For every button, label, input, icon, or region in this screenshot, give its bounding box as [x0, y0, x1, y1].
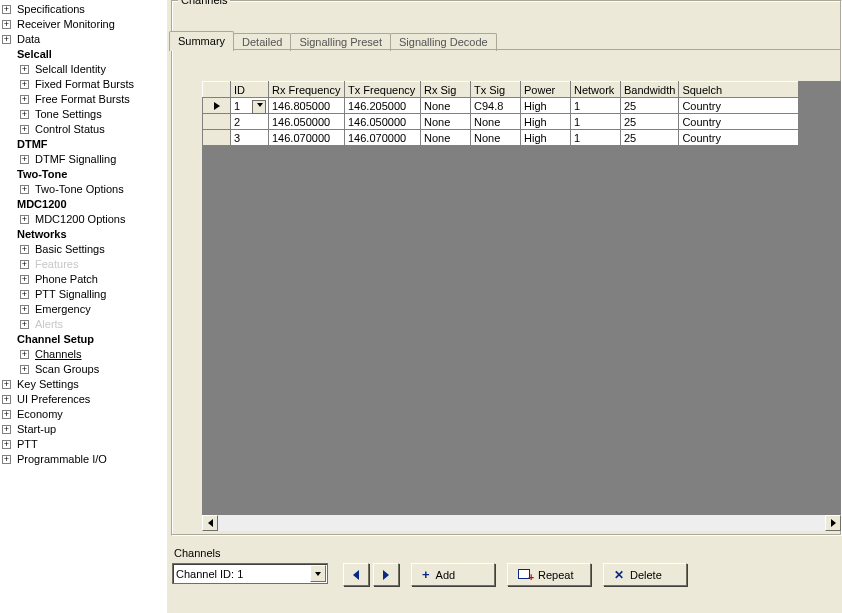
expand-icon[interactable]: +	[20, 110, 29, 119]
tree-item-two-tone-options[interactable]: +Two-Tone Options	[2, 182, 166, 197]
tree-item-two-tone[interactable]: Two-Tone	[2, 167, 166, 182]
cell[interactable]: 2	[231, 114, 269, 130]
tree-item-ui-preferences[interactable]: +UI Preferences	[2, 392, 166, 407]
grid-viewport[interactable]: IDRx FrequencyTx FrequencyRx SigTx SigPo…	[202, 81, 841, 515]
cell[interactable]: None	[421, 98, 471, 114]
expand-icon[interactable]: +	[2, 395, 11, 404]
scroll-right-button[interactable]	[825, 515, 841, 531]
cell[interactable]: 146.070000	[269, 130, 345, 146]
channel-id-combo[interactable]: Channel ID: 1	[172, 563, 328, 584]
tree-item-ptt-signalling[interactable]: +PTT Signalling	[2, 287, 166, 302]
expand-icon[interactable]: +	[20, 290, 29, 299]
next-channel-button[interactable]	[373, 563, 399, 586]
col-header-id[interactable]: ID	[231, 82, 269, 98]
scroll-left-button[interactable]	[202, 515, 218, 531]
cell[interactable]: 1	[231, 98, 269, 114]
repeat-button[interactable]: Repeat	[507, 563, 591, 586]
cell[interactable]: 146.205000	[345, 98, 421, 114]
expand-icon[interactable]: +	[2, 20, 11, 29]
channels-grid[interactable]: IDRx FrequencyTx FrequencyRx SigTx SigPo…	[202, 81, 799, 146]
expand-icon[interactable]: +	[2, 425, 11, 434]
expand-icon[interactable]: +	[2, 35, 11, 44]
tree-item-key-settings[interactable]: +Key Settings	[2, 377, 166, 392]
tree-item-free-format-bursts[interactable]: +Free Format Bursts	[2, 92, 166, 107]
expand-icon[interactable]: +	[2, 410, 11, 419]
col-header-tx-sig[interactable]: Tx Sig	[471, 82, 521, 98]
combo-dropdown-button[interactable]	[310, 565, 326, 582]
chevron-down-icon[interactable]	[257, 103, 263, 107]
tree-item-mdc1200[interactable]: MDC1200	[2, 197, 166, 212]
col-header-bandwidth[interactable]: Bandwidth	[621, 82, 679, 98]
tree-item-alerts[interactable]: +Alerts	[2, 317, 166, 332]
tree-item-channel-setup[interactable]: Channel Setup	[2, 332, 166, 347]
tree-item-basic-settings[interactable]: +Basic Settings	[2, 242, 166, 257]
col-header-squelch[interactable]: Squelch	[679, 82, 799, 98]
expand-icon[interactable]: +	[20, 155, 29, 164]
tree-item-specifications[interactable]: +Specifications	[2, 2, 166, 17]
cell[interactable]: None	[421, 114, 471, 130]
cell[interactable]: None	[471, 114, 521, 130]
row-header[interactable]	[203, 114, 231, 130]
prev-channel-button[interactable]	[343, 563, 369, 586]
expand-icon[interactable]: +	[20, 365, 29, 374]
expand-icon[interactable]: +	[2, 455, 11, 464]
cell[interactable]: None	[471, 130, 521, 146]
tree-item-dtmf[interactable]: DTMF	[2, 137, 166, 152]
cell[interactable]: C94.8	[471, 98, 521, 114]
col-header-rx-sig[interactable]: Rx Sig	[421, 82, 471, 98]
cell[interactable]: 1	[571, 114, 621, 130]
tree-item-programmable-i-o[interactable]: +Programmable I/O	[2, 452, 166, 467]
tree-item-fixed-format-bursts[interactable]: +Fixed Format Bursts	[2, 77, 166, 92]
cell[interactable]: 25	[621, 114, 679, 130]
delete-button[interactable]: ✕ Delete	[603, 563, 687, 586]
col-header-rx-frequency[interactable]: Rx Frequency	[269, 82, 345, 98]
tree-item-ptt[interactable]: +PTT	[2, 437, 166, 452]
tree-item-emergency[interactable]: +Emergency	[2, 302, 166, 317]
tree-item-scan-groups[interactable]: +Scan Groups	[2, 362, 166, 377]
tree-item-selcall[interactable]: Selcall	[2, 47, 166, 62]
cell[interactable]: 1	[571, 98, 621, 114]
cell[interactable]: Country	[679, 98, 799, 114]
expand-icon[interactable]: +	[20, 125, 29, 134]
cell[interactable]: 146.070000	[345, 130, 421, 146]
tree-item-tone-settings[interactable]: +Tone Settings	[2, 107, 166, 122]
expand-icon[interactable]: +	[20, 95, 29, 104]
expand-icon[interactable]: +	[2, 5, 11, 14]
tree-item-start-up[interactable]: +Start-up	[2, 422, 166, 437]
expand-icon[interactable]: +	[20, 350, 29, 359]
tree-item-phone-patch[interactable]: +Phone Patch	[2, 272, 166, 287]
cell[interactable]: 25	[621, 130, 679, 146]
row-header[interactable]	[203, 130, 231, 146]
expand-icon[interactable]: +	[20, 245, 29, 254]
cell[interactable]: 146.805000	[269, 98, 345, 114]
cell[interactable]: Country	[679, 130, 799, 146]
expand-icon[interactable]: +	[2, 440, 11, 449]
grid-h-scrollbar[interactable]	[202, 515, 841, 531]
table-row[interactable]: 1146.805000146.205000NoneC94.8High125Cou…	[203, 98, 799, 114]
expand-icon[interactable]: +	[20, 305, 29, 314]
scroll-track[interactable]	[218, 515, 825, 531]
expand-icon[interactable]: +	[20, 80, 29, 89]
expand-icon[interactable]: +	[20, 275, 29, 284]
col-header-power[interactable]: Power	[521, 82, 571, 98]
cell[interactable]: 1	[571, 130, 621, 146]
tree-item-data[interactable]: +Data	[2, 32, 166, 47]
expand-icon[interactable]: +	[20, 260, 29, 269]
cell[interactable]: High	[521, 98, 571, 114]
tree-item-networks[interactable]: Networks	[2, 227, 166, 242]
expand-icon[interactable]: +	[20, 65, 29, 74]
table-row[interactable]: 2146.050000146.050000NoneNoneHigh125Coun…	[203, 114, 799, 130]
expand-icon[interactable]: +	[20, 320, 29, 329]
col-header-network[interactable]: Network	[571, 82, 621, 98]
expand-icon[interactable]: +	[2, 380, 11, 389]
expand-icon[interactable]: +	[20, 215, 29, 224]
tree-item-selcall-identity[interactable]: +Selcall Identity	[2, 62, 166, 77]
expand-icon[interactable]: +	[20, 185, 29, 194]
cell[interactable]: High	[521, 130, 571, 146]
tree-item-economy[interactable]: +Economy	[2, 407, 166, 422]
cell[interactable]: 146.050000	[269, 114, 345, 130]
table-row[interactable]: 3146.070000146.070000NoneNoneHigh125Coun…	[203, 130, 799, 146]
add-button[interactable]: + Add	[411, 563, 495, 586]
row-header[interactable]	[203, 98, 231, 114]
tab-summary[interactable]: Summary	[169, 31, 234, 51]
